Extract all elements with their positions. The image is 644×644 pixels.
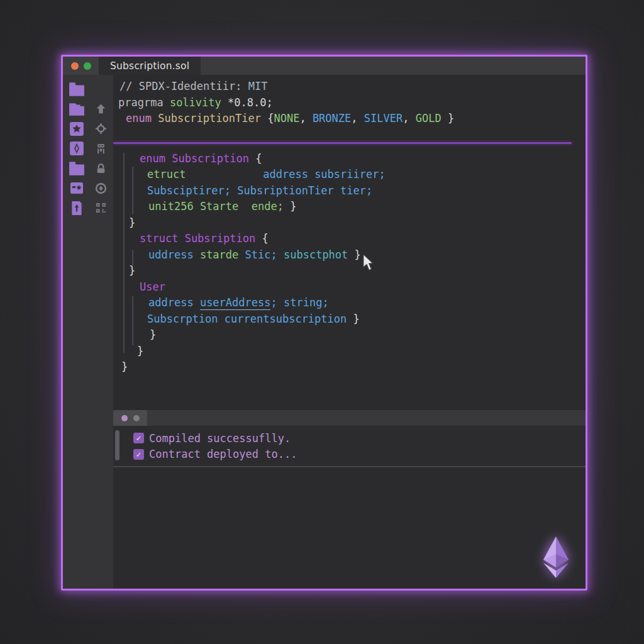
code-token: } xyxy=(347,313,359,325)
code-token: SubscriptionTier xyxy=(158,112,267,125)
editor-window: Subscription.sol xyxy=(61,55,587,591)
package-box-icon[interactable] xyxy=(69,121,84,139)
code-line: Subsciptirer; SubsriptionTier tier; xyxy=(113,183,586,199)
empty-panel xyxy=(113,467,586,589)
checkbox-checked-icon[interactable]: ✓ xyxy=(133,449,144,460)
code-token: Subsciptirer; SubsriptionTier tier; xyxy=(147,184,372,197)
indent-guide xyxy=(132,167,133,214)
code-token: , xyxy=(351,112,364,125)
code-token: } xyxy=(129,264,135,277)
code-line: } xyxy=(113,215,586,231)
code-token: uddress xyxy=(148,248,200,261)
code-token: } xyxy=(121,360,128,373)
code-token: , xyxy=(299,112,312,125)
terminal-dot-icon xyxy=(121,415,128,421)
code-token: solivity xyxy=(170,96,228,109)
section-divider xyxy=(113,142,572,144)
terminal-line: ✓ Contract deployed to... xyxy=(113,447,586,463)
checkbox-checked-icon[interactable]: ✓ xyxy=(133,433,144,443)
code-token: MIT xyxy=(248,80,268,92)
code-line: uddress starde Stic; subsctphot } xyxy=(113,247,586,264)
folder-icon[interactable] xyxy=(69,161,85,179)
media-box-icon[interactable] xyxy=(70,182,84,197)
code-token: } xyxy=(348,248,360,261)
diamond-box-icon[interactable] xyxy=(69,141,84,158)
indent-guide xyxy=(132,296,133,345)
code-token: subsctphot xyxy=(284,248,348,261)
target-icon[interactable] xyxy=(95,182,107,197)
window-controls xyxy=(63,57,99,75)
padlock-icon[interactable] xyxy=(95,162,107,177)
screenshot-root: { "window": { "title": "Subscription.sol… xyxy=(0,0,644,644)
code-token: } xyxy=(129,216,135,229)
code-token: SILVER xyxy=(364,112,402,125)
code-token: ; xyxy=(270,296,283,309)
mouse-cursor-icon xyxy=(362,254,376,274)
terminal-output: ✓ Compiled successuflly. ✓ Contract depl… xyxy=(113,426,586,466)
indent-guide xyxy=(123,153,125,353)
terminal-tab-bar xyxy=(113,409,586,426)
code-line: unit256 Starte ende; } xyxy=(113,199,586,215)
code-line: address userAddress; string; xyxy=(113,295,586,311)
code-token: // SPDX-Idedentiir: xyxy=(119,80,248,92)
qr-code-icon[interactable] xyxy=(95,202,107,216)
code-line: enum Subscription { xyxy=(113,151,586,167)
code-token: User xyxy=(140,280,165,293)
file-folder-icon[interactable] xyxy=(69,101,85,119)
code-token: { xyxy=(255,152,262,165)
window-maximize-button[interactable] xyxy=(84,62,91,70)
code-token: address subsriirer; xyxy=(263,168,385,180)
robot-icon[interactable] xyxy=(95,143,107,157)
code-token: enum Subscription xyxy=(140,152,255,165)
code-token: } xyxy=(150,328,156,341)
code-token: { xyxy=(262,232,268,245)
code-token: enum xyxy=(126,112,158,125)
code-line: Subscrption currentsubscription } xyxy=(113,311,586,328)
sidebar xyxy=(63,75,113,589)
file-tab[interactable]: Subscription.sol xyxy=(99,57,201,75)
terminal-scrollbar[interactable] xyxy=(115,430,119,460)
title-bar: Subscription.sol xyxy=(63,57,586,75)
terminal-tab[interactable] xyxy=(113,410,147,426)
code-token: , xyxy=(402,112,415,125)
gear-icon[interactable] xyxy=(95,123,107,137)
code-token: etruct xyxy=(147,168,186,180)
code-token: NONE xyxy=(274,112,299,125)
code-token: unit256 Starte ende; xyxy=(148,200,284,213)
arrow-up-icon[interactable] xyxy=(95,103,107,118)
code-line: pragrma solivity *0.8.0; xyxy=(113,95,586,111)
code-token: userAddress xyxy=(200,296,271,310)
terminal-line: ✓ Compiled successuflly. xyxy=(113,430,586,447)
code-line: } xyxy=(113,263,586,279)
terminal-message: Contract deployed to... xyxy=(149,448,297,460)
folder-icon[interactable] xyxy=(69,82,85,99)
code-token: pragrma xyxy=(118,96,170,109)
code-token: Stic; xyxy=(245,248,284,261)
code-token: starde xyxy=(200,248,245,261)
terminal-dot-icon xyxy=(133,415,140,421)
code-token: *0.8.0; xyxy=(228,96,273,109)
indent-guide xyxy=(132,250,133,265)
code-line: struct Subsription { xyxy=(113,231,586,247)
code-token: } xyxy=(441,112,454,125)
code-token: Subscrption currentsubscription xyxy=(147,313,347,325)
code-token: { xyxy=(267,112,274,125)
code-line: } xyxy=(113,359,586,375)
code-token: GOLD xyxy=(416,112,441,125)
upload-file-icon[interactable] xyxy=(70,201,84,218)
window-close-button[interactable] xyxy=(71,62,79,70)
code-line: etruct address subsriirer; xyxy=(113,167,586,183)
code-token: } xyxy=(137,345,143,357)
file-tab-label: Subscription.sol xyxy=(110,60,189,72)
code-token: address xyxy=(148,296,200,309)
code-line: // SPDX-Idedentiir: MIT xyxy=(113,79,586,95)
code-token: struct Subsription xyxy=(140,232,262,245)
code-line: User xyxy=(113,279,586,296)
code-line: enum SubscriptionTier {NONE, BRONZE, SIL… xyxy=(113,111,586,127)
code-editor[interactable]: // SPDX-Idedentiir: MIT pragrma solivity… xyxy=(113,75,586,409)
code-token: string; xyxy=(284,296,329,309)
code-token: } xyxy=(284,200,296,213)
code-line: } xyxy=(113,327,586,343)
code-token: BRONZE xyxy=(313,112,351,125)
terminal-message: Compiled successuflly. xyxy=(149,432,291,445)
